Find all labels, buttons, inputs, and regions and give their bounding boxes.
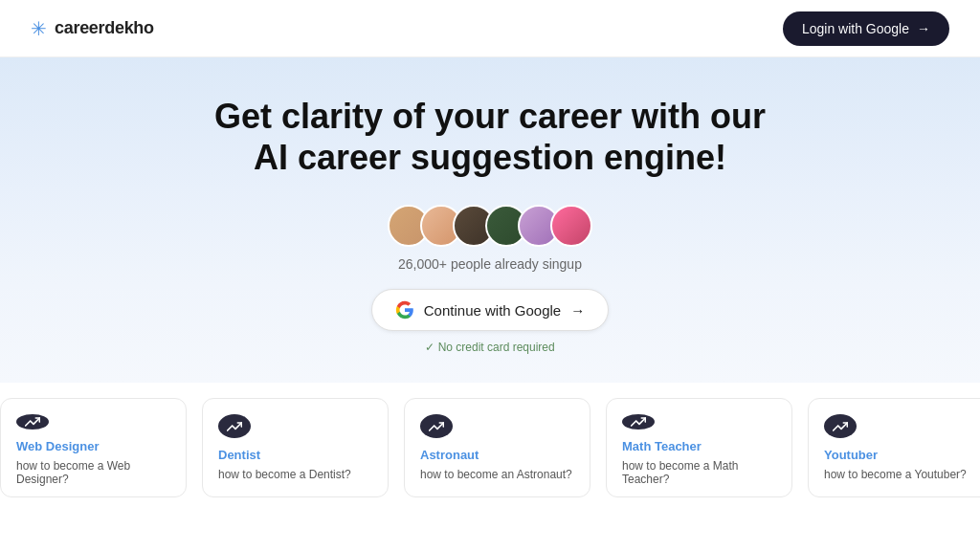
continue-with-google-button[interactable]: Continue with Google → bbox=[371, 289, 609, 331]
card-trend-icon bbox=[622, 414, 655, 430]
signup-count: 26,000+ people already singup bbox=[398, 256, 582, 272]
avatars-row bbox=[388, 205, 592, 247]
hero-title: Get clarity of your career with our AI c… bbox=[214, 96, 766, 178]
logo-text: careerdekho bbox=[55, 18, 154, 38]
google-logo-icon bbox=[395, 300, 414, 320]
logo-area: ✳ careerdekho bbox=[31, 17, 154, 40]
login-with-google-button[interactable]: Login with Google → bbox=[783, 11, 949, 46]
navbar: ✳ careerdekho Login with Google → bbox=[0, 0, 980, 57]
card-desc: how to become a Youtuber? bbox=[824, 468, 978, 481]
career-card[interactable]: Dentist how to become a Dentist? bbox=[202, 398, 389, 497]
card-desc: how to become a Web Designer? bbox=[16, 459, 170, 486]
google-btn-label: Continue with Google bbox=[424, 302, 561, 319]
card-desc: how to become a Math Teacher? bbox=[622, 459, 776, 486]
card-title: Dentist bbox=[218, 448, 372, 462]
logo-icon: ✳ bbox=[31, 17, 47, 40]
career-card[interactable]: Math Teacher how to become a Math Teache… bbox=[606, 398, 792, 497]
login-btn-arrow: → bbox=[917, 21, 930, 36]
hero-section: Get clarity of your career with our AI c… bbox=[0, 57, 980, 383]
career-card[interactable]: Astronaut how to become an Astronaut? bbox=[404, 398, 590, 497]
career-card[interactable]: Web Designer how to become a Web Designe… bbox=[0, 398, 187, 497]
card-title: Astronaut bbox=[420, 448, 574, 462]
card-title: Youtuber bbox=[824, 448, 978, 462]
cards-section: Web Designer how to become a Web Designe… bbox=[0, 383, 980, 497]
card-title: Web Designer bbox=[16, 439, 170, 453]
avatar bbox=[550, 205, 592, 247]
card-trend-icon bbox=[824, 414, 857, 438]
card-trend-icon bbox=[420, 414, 453, 438]
login-btn-label: Login with Google bbox=[802, 21, 909, 36]
card-trend-icon bbox=[218, 414, 251, 438]
card-title: Math Teacher bbox=[622, 439, 776, 453]
card-desc: how to become a Dentist? bbox=[218, 468, 372, 481]
google-btn-arrow: → bbox=[570, 302, 585, 319]
career-card[interactable]: Youtuber how to become a Youtuber? bbox=[808, 398, 980, 497]
card-desc: how to become an Astronaut? bbox=[420, 468, 574, 481]
card-trend-icon bbox=[16, 414, 49, 430]
no-credit-text: ✓ No credit card required bbox=[425, 341, 554, 354]
